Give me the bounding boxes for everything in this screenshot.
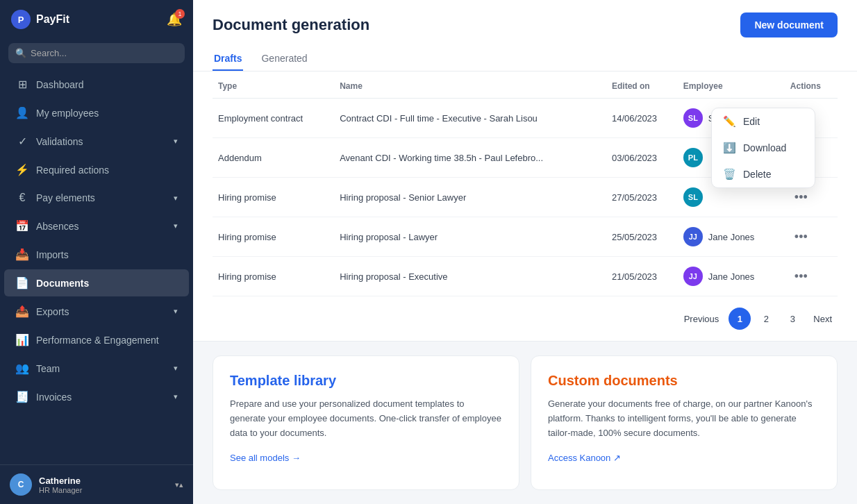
new-document-button[interactable]: New document (740, 12, 838, 37)
chevron-down-icon: ▾ (174, 194, 178, 203)
footer-role: HR Manager (39, 486, 168, 494)
exports-icon: 📤 (15, 305, 29, 318)
tabs: Drafts Generated (213, 47, 838, 71)
nav-item-invoices[interactable]: 🧾 Invoices ▾ (4, 383, 189, 410)
row-edited-on: 03/06/2023 (606, 138, 678, 178)
dropdown-delete[interactable]: 🗑️ Delete (712, 161, 815, 187)
actions-menu-button[interactable]: ••• (790, 228, 812, 246)
pagination-previous[interactable]: Previous (679, 311, 725, 327)
table-row: Hiring promise Hiring proposal - Lawyer … (213, 217, 838, 257)
dropdown-edit[interactable]: ✏️ Edit (712, 108, 815, 135)
logo-name: PayFit (36, 13, 69, 26)
cards-section: Template library Prepare and use your pe… (193, 342, 857, 504)
chevron-down-icon: ▾ (174, 307, 178, 316)
col-edited-on: Edited on (606, 72, 678, 99)
edit-icon: ✏️ (723, 115, 736, 128)
row-edited-on: 21/05/2023 (606, 257, 678, 296)
chevron-down-icon: ▾ (174, 137, 178, 146)
avatar: PL (683, 148, 703, 167)
search-icon: 🔍 (15, 48, 26, 58)
table-row: Hiring promise Hiring proposal - Executi… (213, 257, 838, 296)
logo-icon: P (11, 10, 31, 29)
row-name: Hiring proposal - Lawyer (334, 217, 606, 257)
chevron-down-icon: ▾ (174, 221, 178, 230)
access-kanoon-link[interactable]: Access Kanoon ↗ (548, 453, 621, 463)
avatar: JJ (683, 227, 703, 246)
notification-button[interactable]: 🔔 1 (167, 12, 182, 27)
page-button-3[interactable]: 3 (781, 308, 804, 330)
nav-item-dashboard[interactable]: ⊞ Dashboard (4, 71, 189, 98)
row-actions: ••• (785, 217, 838, 257)
nav-item-required-actions[interactable]: ⚡ Required actions (4, 156, 189, 183)
pagination-next[interactable]: Next (808, 311, 838, 327)
footer-name: Catherine (39, 476, 168, 486)
nav-item-performance[interactable]: 📊 Performance & Engagement (4, 326, 189, 353)
main-header: Document generation New document Drafts … (193, 0, 857, 72)
row-employee: JJ Jane Jones (678, 217, 785, 257)
template-library-card: Template library Prepare and use your pe… (213, 355, 519, 490)
row-edited-on: 25/05/2023 (606, 217, 678, 257)
required-actions-icon: ⚡ (15, 163, 29, 176)
see-all-models-link[interactable]: See all models → (230, 453, 301, 463)
tab-generated[interactable]: Generated (260, 47, 308, 71)
chevron-down-icon: ▾▴ (175, 480, 183, 489)
dropdown-download-label: Download (743, 142, 786, 153)
pay-elements-icon: € (15, 192, 29, 204)
row-name: Avenant CDI - Working time 38.5h - Paul … (334, 138, 606, 178)
row-edited-on: 27/05/2023 (606, 178, 678, 217)
nav-item-exports[interactable]: 📤 Exports ▾ (4, 298, 189, 325)
nav-item-pay-elements[interactable]: € Pay elements ▾ (4, 185, 189, 211)
page-button-2[interactable]: 2 (755, 308, 777, 330)
actions-menu-button[interactable]: ••• (790, 189, 812, 206)
main-content: Document generation New document Drafts … (193, 0, 857, 504)
documents-icon: 📄 (15, 276, 29, 289)
row-edited-on: 14/06/2023 (606, 99, 678, 138)
nav-label-documents: Documents (36, 278, 89, 289)
nav-label-my-employees: My employees (36, 108, 99, 119)
page-button-1[interactable]: 1 (729, 308, 751, 330)
row-type: Employment contract (213, 99, 334, 138)
nav-label-imports: Imports (36, 249, 69, 260)
header-top: Document generation New document (213, 12, 838, 47)
tab-drafts[interactable]: Drafts (213, 47, 243, 71)
nav-item-documents[interactable]: 📄 Documents (4, 269, 189, 296)
row-type: Hiring promise (213, 257, 334, 296)
chevron-down-icon: ▾ (174, 392, 178, 401)
sidebar: P PayFit 🔔 1 🔍 ⊞ Dashboard 👤 My employee… (0, 0, 193, 504)
nav-item-imports[interactable]: 📥 Imports (4, 241, 189, 268)
sidebar-footer: C Catherine HR Manager ▾▴ (0, 464, 193, 504)
nav-label-performance: Performance & Engagement (36, 335, 159, 346)
chevron-down-icon: ▾ (174, 364, 178, 373)
invoices-icon: 🧾 (15, 390, 29, 403)
row-type: Addendum (213, 138, 334, 178)
dropdown-download[interactable]: ⬇️ Download (712, 135, 815, 161)
avatar: SL (683, 108, 703, 128)
template-library-title: Template library (230, 373, 502, 389)
nav-label-invoices: Invoices (36, 392, 72, 403)
avatar: C (10, 473, 32, 496)
row-name: Contract CDI - Full time - Executive - S… (334, 99, 606, 138)
search-bar: 🔍 (8, 43, 185, 63)
col-employee: Employee (678, 72, 785, 99)
template-library-description: Prepare and use your personalized docume… (230, 397, 502, 440)
footer-user-info: Catherine HR Manager (39, 476, 168, 494)
custom-documents-card: Custom documents Generate your documents… (531, 355, 838, 490)
row-name: Hiring proposal - Executive (334, 257, 606, 296)
dashboard-icon: ⊞ (15, 78, 29, 91)
pagination: Previous 1 2 3 Next (193, 296, 857, 342)
nav-item-validations[interactable]: ✓ Validations ▾ (4, 128, 189, 155)
download-icon: ⬇️ (723, 142, 736, 154)
validations-icon: ✓ (15, 135, 29, 148)
nav-item-team[interactable]: 👥 Team ▾ (4, 355, 189, 382)
search-input[interactable] (31, 48, 178, 58)
dropdown-delete-label: Delete (743, 169, 771, 180)
delete-icon: 🗑️ (723, 168, 736, 180)
nav-item-absences[interactable]: 📅 Absences ▾ (4, 212, 189, 240)
actions-dropdown: ✏️ Edit ⬇️ Download 🗑️ Delete (711, 108, 815, 188)
avatar: SL (683, 187, 703, 207)
nav-item-my-employees[interactable]: 👤 My employees (4, 99, 189, 126)
actions-menu-button[interactable]: ••• (790, 268, 812, 285)
nav-label-dashboard: Dashboard (36, 79, 84, 90)
row-type: Hiring promise (213, 217, 334, 257)
team-icon: 👥 (15, 362, 29, 375)
